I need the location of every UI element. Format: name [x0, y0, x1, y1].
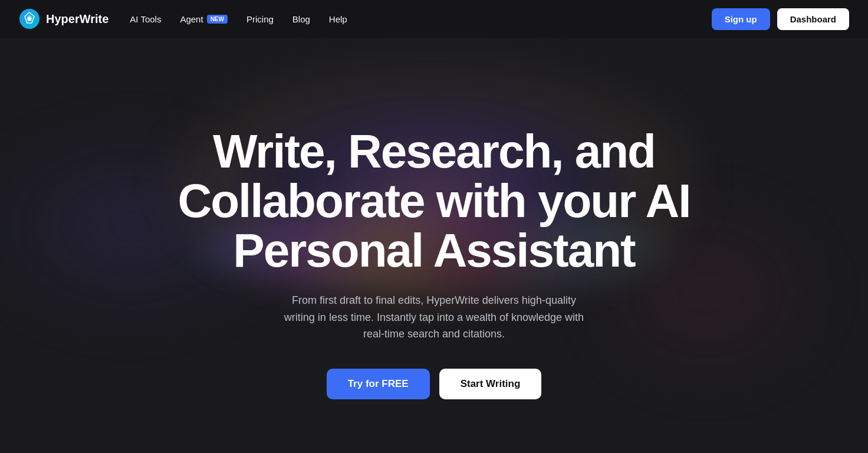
- nav-blog[interactable]: Blog: [292, 14, 310, 24]
- hero-section: Write, Research, and Collaborate with yo…: [0, 38, 868, 453]
- try-free-button[interactable]: Try for FREE: [327, 369, 430, 399]
- nav-pricing[interactable]: Pricing: [246, 14, 274, 24]
- navbar: HyperWrite AI Tools Agent NEW Pricing Bl…: [0, 0, 868, 38]
- nav-left: HyperWrite AI Tools Agent NEW Pricing Bl…: [19, 8, 347, 29]
- hyperwrite-logo-icon: [19, 8, 40, 29]
- nav-agent[interactable]: Agent NEW: [180, 14, 228, 24]
- start-writing-button[interactable]: Start Writing: [439, 369, 542, 399]
- logo[interactable]: HyperWrite: [19, 8, 108, 29]
- signup-button[interactable]: Sign up: [712, 8, 770, 30]
- nav-right: Sign up Dashboard: [712, 8, 849, 30]
- nav-links: AI Tools Agent NEW Pricing Blog Help: [130, 14, 347, 24]
- agent-new-badge: NEW: [207, 15, 228, 24]
- dashboard-button[interactable]: Dashboard: [777, 8, 849, 30]
- hero-cta-group: Try for FREE Start Writing: [327, 369, 542, 399]
- nav-help[interactable]: Help: [329, 14, 347, 24]
- hero-subtitle: From first draft to final edits, HyperWr…: [281, 292, 587, 343]
- nav-ai-tools[interactable]: AI Tools: [130, 14, 161, 24]
- brand-name: HyperWrite: [46, 12, 108, 26]
- svg-point-4: [28, 17, 31, 21]
- hero-title: Write, Research, and Collaborate with yo…: [177, 127, 690, 275]
